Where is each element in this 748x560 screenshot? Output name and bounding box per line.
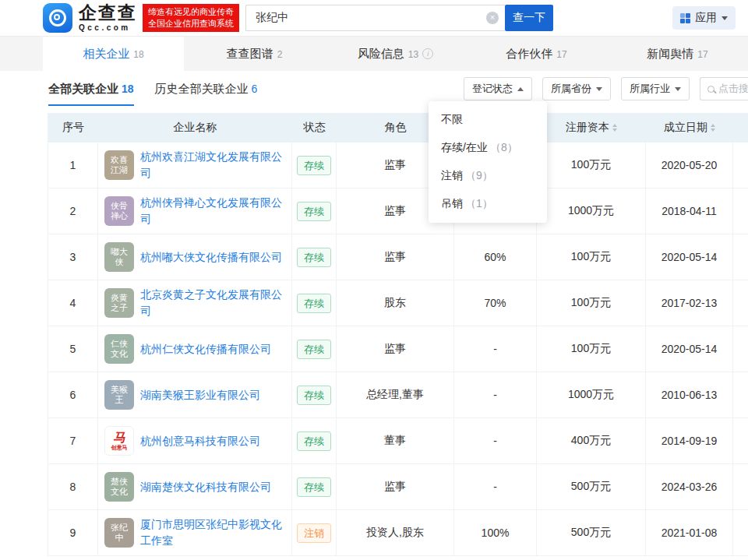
tab-label: 相关企业 (83, 47, 129, 62)
cell-role: 监事 (337, 326, 454, 372)
subtab-count: 18 (122, 83, 134, 95)
status-filter-option[interactable]: 不限 (429, 106, 547, 134)
tab-label: 查查图谱 (227, 47, 273, 62)
cell-ratio: - (454, 418, 537, 463)
tab[interactable]: 相关企业 18 i (43, 37, 184, 71)
cell-index: 4 (48, 280, 98, 326)
status-badge: 存续 (297, 156, 331, 175)
col-header-index: 序号 (48, 121, 98, 135)
cell-date: 2017-02-13 (646, 280, 733, 326)
search-button[interactable]: 查一下 (505, 5, 553, 31)
cell-capital: 1000万元 (537, 188, 646, 234)
cell-date: 2020-05-20 (646, 143, 733, 188)
sort-icon[interactable] (612, 124, 617, 132)
search-bar: × 查一下 (245, 5, 553, 31)
company-avatar: 侠骨 禅心 (104, 196, 134, 226)
cell-ratio: - (454, 464, 537, 509)
cell-capital: 100万元 (537, 280, 646, 326)
info-icon: i (422, 48, 433, 59)
table-row: 5 仁侠 文化 杭州仁侠文化传播有限公司 存续 监事 - 100万元 2020-… (48, 326, 748, 372)
clear-search-icon[interactable]: × (486, 12, 499, 24)
table-search-box[interactable]: 点击搜索 (700, 77, 748, 100)
company-link[interactable]: 杭州欢喜江湖文化发展有限公司 (140, 149, 288, 181)
status-filter-menu: 不限 存续/在业（8） 注销（9） 吊销（1） (429, 101, 547, 223)
cell-capital: 500万元 (537, 464, 646, 509)
search-input[interactable] (245, 5, 505, 31)
option-label: 吊销 (441, 197, 463, 210)
cell-date: 2018-04-11 (646, 188, 733, 234)
table-row: 7 马 创意马 杭州创意马科技有限公司 存续 董事 - 400万元 2014-0… (48, 418, 748, 464)
brand-slogan: 缔造有远见的商业传奇 全国企业信用查询系统 (143, 4, 239, 32)
tab[interactable]: 风险信息 13 i (325, 37, 466, 71)
cell-capital: 100万元 (537, 234, 646, 280)
sort-icon[interactable] (711, 124, 715, 132)
filter-label: 登记状态 (472, 82, 513, 96)
tab-count: 2 (277, 49, 283, 60)
tab-count: 17 (556, 49, 566, 60)
cell-date: 2010-06-13 (646, 372, 733, 417)
qcc-logo-icon[interactable] (43, 3, 72, 33)
table-row: 3 嘟大 侠 杭州嘟大侠文化传播有限公司 存续 监事 60% 100万元 202… (48, 234, 748, 280)
search-icon (707, 86, 714, 93)
filter-bar: 登记状态 所属省份 所属行业 点击搜索 (464, 77, 748, 100)
status-badge: 存续 (297, 386, 331, 405)
subtab[interactable]: 历史全部关联企业 6 (155, 72, 258, 106)
filter-dropdown-button[interactable]: 所属省份 (542, 77, 611, 100)
company-avatar: 炎黄 之子 (104, 288, 134, 318)
cell-company: 楚侠 文化 湖南楚侠文化科技有限公司 (98, 464, 292, 509)
status-badge: 存续 (297, 202, 331, 221)
company-link[interactable]: 杭州侠骨禅心文化发展有限公司 (140, 195, 288, 227)
company-avatar: 仁侠 文化 (104, 334, 134, 364)
table-row: 2 侠骨 禅心 杭州侠骨禅心文化发展有限公司 存续 监事 60% 1000万元 … (48, 188, 748, 234)
slogan-line2: 全国企业信用查询系统 (148, 18, 234, 30)
apps-button[interactable]: 应用 (672, 6, 736, 30)
tab[interactable]: 合作伙伴 17 i (466, 37, 607, 71)
related-companies-table: 序号 企业名称 状态 角色 注册资本 成立日期 1 欢喜 江湖 杭州欢喜江湖文化… (48, 113, 748, 556)
cell-cut (733, 188, 748, 234)
tab-count: 17 (697, 49, 707, 60)
top-header: 企查查 Qcc.com 缔造有远见的商业传奇 全国企业信用查询系统 × 查一下 … (0, 0, 748, 36)
cell-cut (733, 143, 748, 188)
tab[interactable]: 新闻舆情 17 i (607, 37, 748, 71)
company-avatar: 张纪 中 (104, 518, 134, 548)
cell-role: 总经理,董事 (337, 372, 454, 417)
company-avatar: 马 创意马 (104, 426, 134, 456)
option-count: （1） (465, 197, 493, 210)
company-link[interactable]: 湖南楚侠文化科技有限公司 (140, 479, 271, 495)
company-link[interactable]: 北京炎黄之子文化发展有限公司 (140, 287, 288, 319)
company-link[interactable]: 厦门市思明区张纪中影视文化工作室 (140, 516, 288, 549)
company-link[interactable]: 杭州创意马科技有限公司 (140, 433, 260, 449)
status-badge: 存续 (297, 431, 331, 451)
cell-capital: 1000万元 (537, 372, 646, 417)
cell-ratio: 60% (454, 234, 537, 280)
subtabs: 全部关联企业 18 历史全部关联企业 6 (48, 72, 278, 106)
col-header-company: 企业名称 (98, 121, 292, 135)
subtab[interactable]: 全部关联企业 18 (48, 72, 134, 106)
table-row: 4 炎黄 之子 北京炎黄之子文化发展有限公司 存续 股东 70% 100万元 2… (48, 280, 748, 326)
cell-capital: 500万元 (537, 510, 646, 555)
company-link[interactable]: 杭州仁侠文化传播有限公司 (140, 341, 271, 357)
company-link[interactable]: 杭州嘟大侠文化传播有限公司 (140, 249, 282, 266)
col-header-date: 成立日期 (646, 121, 733, 135)
tab[interactable]: 查查图谱 2 i (184, 37, 325, 71)
tab-label: 合作伙伴 (506, 47, 552, 62)
status-filter-option[interactable]: 注销（9） (429, 162, 547, 190)
company-link[interactable]: 湖南美猴王影业有限公司 (140, 387, 260, 403)
cell-company: 侠骨 禅心 杭州侠骨禅心文化发展有限公司 (98, 188, 292, 234)
caret-icon (675, 87, 681, 94)
cell-cut (733, 464, 748, 509)
brand-title[interactable]: 企查查 Qcc.com (79, 4, 137, 32)
filter-dropdown-button[interactable]: 所属行业 (621, 77, 690, 100)
cell-status: 存续 (292, 234, 337, 280)
filter-dropdown-button[interactable]: 登记状态 (464, 77, 532, 100)
status-badge: 存续 (297, 477, 331, 497)
option-label: 不限 (441, 113, 463, 125)
cell-role: 股东 (337, 280, 454, 326)
cell-capital: 100万元 (537, 143, 646, 188)
cell-role: 投资人,股东 (337, 510, 454, 555)
option-label: 存续/在业 (441, 141, 488, 153)
cell-index: 6 (48, 372, 98, 417)
status-filter-option[interactable]: 存续/在业（8） (429, 134, 547, 162)
status-filter-option[interactable]: 吊销（1） (429, 190, 547, 218)
cell-date: 2014-09-19 (646, 418, 733, 463)
